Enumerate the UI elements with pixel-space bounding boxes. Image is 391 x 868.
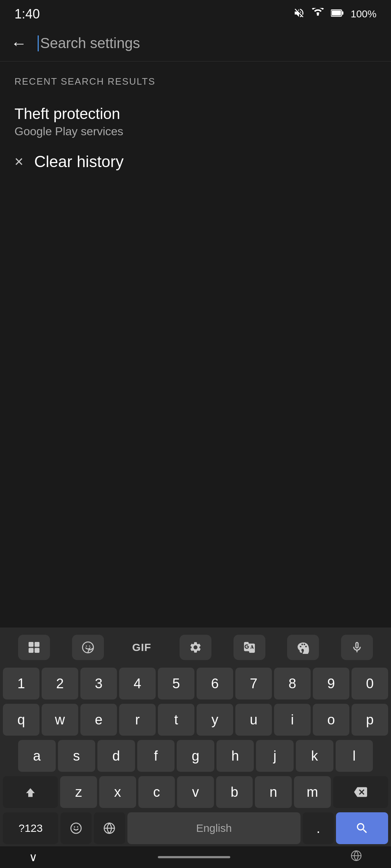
- apps-toolbar-btn[interactable]: [18, 635, 50, 660]
- key-f[interactable]: f: [137, 740, 175, 772]
- key-b[interactable]: b: [216, 776, 253, 808]
- key-s[interactable]: s: [58, 740, 96, 772]
- svg-rect-4: [35, 642, 40, 647]
- keyboard-hide-icon[interactable]: ∨: [29, 850, 37, 864]
- key-9[interactable]: 9: [313, 668, 349, 699]
- key-r[interactable]: r: [119, 704, 156, 736]
- battery-percentage: 100%: [350, 8, 377, 20]
- key-8[interactable]: 8: [274, 668, 311, 699]
- translate-toolbar-btn[interactable]: [234, 635, 265, 660]
- text-cursor: [38, 35, 39, 51]
- key-1[interactable]: 1: [3, 668, 39, 699]
- keyboard-toolbar: GIF: [0, 627, 391, 665]
- key-3[interactable]: 3: [80, 668, 117, 699]
- svg-point-12: [77, 826, 78, 827]
- gif-label: GIF: [132, 641, 151, 654]
- key-0[interactable]: 0: [352, 668, 388, 699]
- search-result-item[interactable]: Theft protection Google Play services: [14, 98, 377, 142]
- mute-icon: [293, 7, 305, 21]
- status-time: 1:40: [14, 7, 40, 22]
- key-g[interactable]: g: [177, 740, 214, 772]
- key-w[interactable]: w: [42, 704, 78, 736]
- svg-point-10: [71, 823, 81, 833]
- key-m[interactable]: m: [294, 776, 331, 808]
- period-key[interactable]: .: [303, 812, 334, 844]
- svg-rect-2: [332, 10, 341, 16]
- wifi-icon: [311, 8, 324, 21]
- globe-key[interactable]: [94, 812, 125, 844]
- svg-point-9: [89, 646, 90, 647]
- bottom-bar: ∨: [0, 846, 391, 868]
- svg-rect-5: [29, 648, 34, 653]
- recent-search-section: RECENT SEARCH RESULTS Theft protection G…: [0, 61, 391, 189]
- search-input[interactable]: Search settings: [38, 35, 380, 51]
- home-indicator: [158, 856, 230, 858]
- key-z[interactable]: z: [60, 776, 97, 808]
- key-a[interactable]: a: [18, 740, 56, 772]
- key-t[interactable]: t: [158, 704, 194, 736]
- key-j[interactable]: j: [256, 740, 294, 772]
- key-5[interactable]: 5: [158, 668, 194, 699]
- key-q[interactable]: q: [3, 704, 39, 736]
- key-l[interactable]: l: [336, 740, 373, 772]
- key-i[interactable]: i: [274, 704, 311, 736]
- key-u[interactable]: u: [235, 704, 272, 736]
- search-placeholder: Search settings: [40, 35, 140, 51]
- key-k[interactable]: k: [296, 740, 333, 772]
- theme-toolbar-btn[interactable]: [287, 635, 319, 660]
- qwerty-row: q w e r t y u i o p: [0, 702, 391, 738]
- key-e[interactable]: e: [80, 704, 117, 736]
- mic-toolbar-btn[interactable]: [341, 635, 373, 660]
- shift-key[interactable]: [3, 776, 58, 808]
- key-n[interactable]: n: [255, 776, 292, 808]
- key-2[interactable]: 2: [42, 668, 78, 699]
- bottom-globe-icon[interactable]: [350, 850, 362, 864]
- key-p[interactable]: p: [352, 704, 388, 736]
- bottom-row: ?123 English .: [0, 810, 391, 846]
- gif-toolbar-btn[interactable]: GIF: [126, 635, 157, 660]
- svg-point-11: [74, 826, 75, 827]
- asdf-row: a s d f g h j k l: [0, 738, 391, 774]
- result-title: Theft protection: [14, 105, 377, 123]
- zxcv-row: z x c v b n m: [0, 774, 391, 810]
- space-label: English: [196, 822, 232, 834]
- clear-x-icon: ×: [14, 154, 24, 169]
- key-h[interactable]: h: [216, 740, 254, 772]
- key-o[interactable]: o: [313, 704, 349, 736]
- back-button[interactable]: ←: [11, 35, 27, 51]
- number-row: 1 2 3 4 5 6 7 8 9 0: [0, 665, 391, 702]
- settings-toolbar-btn[interactable]: [180, 635, 211, 660]
- keyboard: GIF 1 2 3 4 5 6 7 8: [0, 627, 391, 846]
- result-subtitle: Google Play services: [14, 125, 377, 138]
- key-c[interactable]: c: [138, 776, 175, 808]
- key-v[interactable]: v: [177, 776, 214, 808]
- status-bar: 1:40 100%: [0, 0, 391, 25]
- clear-history-label: Clear history: [34, 153, 124, 171]
- key-6[interactable]: 6: [197, 668, 233, 699]
- status-icons: 100%: [293, 7, 377, 21]
- sticker-toolbar-btn[interactable]: [72, 635, 104, 660]
- key-y[interactable]: y: [197, 704, 233, 736]
- svg-rect-1: [342, 11, 344, 14]
- key-4[interactable]: 4: [119, 668, 156, 699]
- emoji-key[interactable]: [60, 812, 92, 844]
- search-bar: ← Search settings: [0, 25, 391, 61]
- svg-rect-3: [29, 642, 34, 647]
- svg-rect-6: [35, 648, 40, 653]
- recent-section-label: RECENT SEARCH RESULTS: [14, 76, 377, 87]
- key-7[interactable]: 7: [235, 668, 272, 699]
- space-key[interactable]: English: [127, 812, 301, 844]
- number-sym-key[interactable]: ?123: [3, 812, 58, 844]
- battery-icon: [331, 8, 344, 21]
- backspace-key[interactable]: [333, 776, 388, 808]
- key-d[interactable]: d: [97, 740, 135, 772]
- search-action-key[interactable]: [336, 812, 388, 844]
- svg-point-8: [86, 646, 87, 647]
- key-x[interactable]: x: [99, 776, 136, 808]
- clear-history-row[interactable]: × Clear history: [14, 142, 377, 182]
